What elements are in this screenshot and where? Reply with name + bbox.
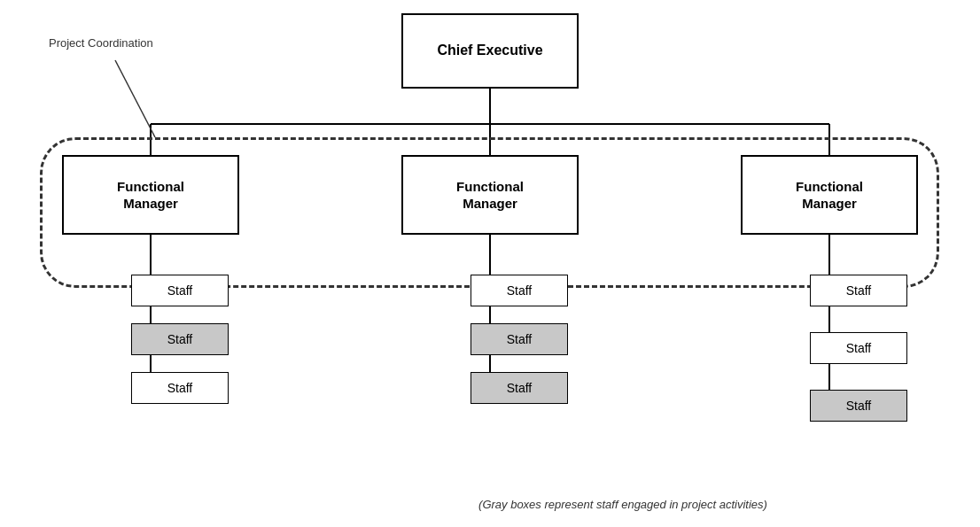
chief-executive-box: Chief Executive <box>401 13 579 89</box>
functional-manager-right: FunctionalManager <box>741 155 918 235</box>
svg-line-17 <box>115 60 155 137</box>
staff-right-3: Staff <box>810 390 907 422</box>
chief-executive-label: Chief Executive <box>437 42 542 60</box>
fm-center-label: FunctionalManager <box>456 178 524 213</box>
fm-right-label: FunctionalManager <box>796 178 863 213</box>
staff-center-1: Staff <box>471 275 568 306</box>
staff-left-2: Staff <box>131 323 229 355</box>
staff-left-3: Staff <box>131 372 229 404</box>
footnote-text: (Gray boxes represent staff engaged in p… <box>133 498 980 511</box>
fm-left-label: FunctionalManager <box>117 178 184 213</box>
staff-left-1: Staff <box>131 275 229 306</box>
staff-right-1: Staff <box>810 275 907 306</box>
staff-center-2: Staff <box>471 323 568 355</box>
staff-center-3: Staff <box>471 372 568 404</box>
functional-manager-left: FunctionalManager <box>62 155 239 235</box>
functional-manager-center: FunctionalManager <box>401 155 579 235</box>
project-coordination-label: Project Coordination <box>49 35 153 51</box>
org-chart: Project Coordination Chief Executive Fun… <box>0 0 980 527</box>
staff-right-2: Staff <box>810 332 907 364</box>
